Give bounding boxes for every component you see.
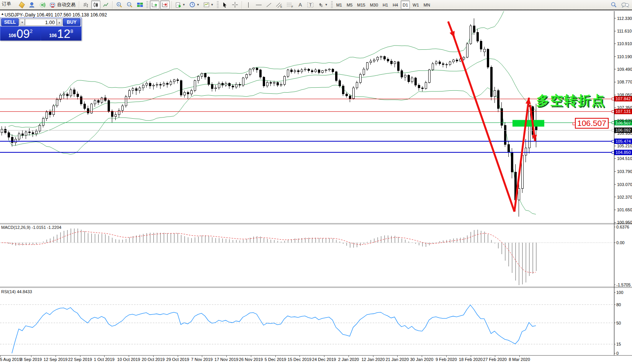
- mt4-window: 新订单 自动交易: [0, 0, 632, 364]
- autotrading-button[interactable]: 自动交易: [48, 0, 77, 9]
- dropdown-caret-icon: ▼: [211, 3, 214, 7]
- equidistant-channel-tool[interactable]: E: [274, 0, 284, 9]
- zoom-out-button[interactable]: [125, 0, 134, 9]
- date-axis[interactable]: 5 Aug 20193 Sep 201912 Sep 201922 Sep 20…: [0, 356, 530, 362]
- rsi-indicator-label: RSI(14) 44.8433: [1, 289, 32, 294]
- new-order-button[interactable]: 新订单: [1, 0, 16, 9]
- trend-arrows[interactable]: [448, 21, 537, 212]
- timeframe-button-H1[interactable]: H1: [381, 0, 390, 9]
- vertical-line-tool[interactable]: [244, 0, 253, 9]
- svg-text:T: T: [309, 3, 311, 7]
- ask-price[interactable]: 106 12 8: [41, 26, 81, 41]
- line-chart-button[interactable]: [101, 0, 110, 9]
- chart-shift-icon: [162, 2, 168, 8]
- chart-shift-button[interactable]: [160, 0, 170, 9]
- toolbar-separator: [172, 1, 172, 9]
- price-tag-annotation[interactable]: 106.507: [575, 118, 609, 129]
- svg-text:20 Oct 2019: 20 Oct 2019: [142, 357, 165, 362]
- volume-input[interactable]: [25, 19, 57, 26]
- timeframe-button-M1[interactable]: M1: [334, 0, 344, 9]
- buy-button[interactable]: BUY: [63, 18, 80, 26]
- svg-text:103.790: 103.790: [617, 169, 632, 174]
- new-order-label: 新订单: [1, 1, 16, 7]
- bollinger-bands: [8, 0, 536, 214]
- zoom-in-button[interactable]: [115, 0, 124, 9]
- svg-text:24 Dec 2019: 24 Dec 2019: [312, 357, 336, 362]
- text-tool[interactable]: A: [296, 0, 305, 9]
- svg-text:21 Jan 2020: 21 Jan 2020: [386, 357, 409, 362]
- periods-button[interactable]: ▼: [188, 0, 201, 9]
- templates-icon: [203, 2, 210, 8]
- toolbar-separator: [242, 1, 242, 9]
- templates-button[interactable]: ▼: [202, 0, 215, 9]
- macd-indicator-label: MACD(12,26,9) -1.0151 -1.2204: [1, 225, 61, 230]
- svg-text:18 Feb 2020: 18 Feb 2020: [459, 357, 483, 362]
- timeframe-button-H4[interactable]: H4: [391, 0, 400, 9]
- crosshair-button[interactable]: [230, 0, 240, 9]
- turning-point-annotation[interactable]: 多空转折点: [536, 92, 605, 109]
- toolbar-grip[interactable]: [331, 1, 333, 9]
- svg-text:110.910: 110.910: [617, 41, 632, 46]
- svg-text:103.070: 103.070: [617, 182, 632, 187]
- candlestick-chart-button[interactable]: [91, 0, 100, 9]
- panel-frames: [0, 11, 632, 356]
- svg-text:15 Dec 2019: 15 Dec 2019: [288, 357, 311, 362]
- trendline-tool[interactable]: [264, 0, 273, 9]
- svg-text:12 Sep 2019: 12 Sep 2019: [44, 357, 67, 362]
- zoom-in-icon: [116, 2, 123, 8]
- horizontal-line-tool[interactable]: [254, 0, 264, 9]
- search-button[interactable]: [609, 0, 619, 9]
- signals-button[interactable]: [38, 0, 47, 9]
- chat-button[interactable]: [619, 0, 631, 9]
- timeframe-button-D1[interactable]: D1: [401, 0, 410, 9]
- rsi-panel: [0, 305, 614, 353]
- profile-button[interactable]: [27, 0, 37, 9]
- search-icon: [610, 2, 617, 8]
- svg-text:2 Jan 2020: 2 Jan 2020: [338, 357, 359, 362]
- timeframe-button-W1[interactable]: W1: [411, 0, 421, 9]
- svg-text:10 Oct 2019: 10 Oct 2019: [117, 357, 140, 362]
- svg-text:22 Sep 2019: 22 Sep 2019: [68, 357, 92, 362]
- cursor-button[interactable]: [220, 0, 229, 9]
- svg-text:102.370: 102.370: [617, 195, 632, 199]
- svg-text:17 Nov 2019: 17 Nov 2019: [214, 357, 238, 362]
- svg-text:109.490: 109.490: [617, 67, 632, 72]
- svg-text:112.330: 112.330: [617, 16, 632, 21]
- toolbar-grip[interactable]: [217, 1, 219, 9]
- volume-decrease-button[interactable]: ▼: [20, 19, 25, 26]
- svg-text:5 Aug 2019: 5 Aug 2019: [0, 357, 21, 362]
- auto-scroll-button[interactable]: [150, 0, 159, 9]
- svg-text:50: 50: [616, 321, 621, 325]
- timeframe-button-M30[interactable]: M30: [368, 0, 380, 9]
- trade-panel-controls: SELL ▼ ▲ BUY: [0, 18, 81, 26]
- marketwatch-button[interactable]: [17, 0, 26, 9]
- volume-increase-button[interactable]: ▲: [57, 19, 62, 26]
- timeframe-button-M5[interactable]: M5: [345, 0, 354, 9]
- indicators-button[interactable]: ▼: [174, 0, 187, 9]
- trendline-icon: [266, 2, 272, 8]
- timeframe-button-MN[interactable]: MN: [422, 0, 432, 9]
- text-label-tool[interactable]: T: [306, 0, 316, 9]
- chat-icon: [621, 2, 629, 8]
- svg-text:3 Sep 2019: 3 Sep 2019: [20, 357, 42, 362]
- bid-price[interactable]: 106 09 2: [0, 26, 41, 41]
- svg-text:15: 15: [616, 342, 621, 346]
- ask-big-figure: 106: [49, 33, 57, 38]
- arrows-tool[interactable]: ▼: [316, 0, 329, 9]
- oneclick-collapse-icon[interactable]: ▲: [1, 12, 4, 16]
- svg-text:104.510: 104.510: [617, 156, 632, 161]
- bar-chart-button[interactable]: [81, 0, 90, 9]
- svg-text:26 Nov 2019: 26 Nov 2019: [239, 357, 263, 362]
- sell-button[interactable]: SELL: [1, 18, 19, 26]
- price-axis[interactable]: 107.842107.131106.507106.092105.474104.8…: [614, 16, 632, 356]
- svg-text:111.610: 111.610: [617, 29, 632, 33]
- chart-canvas[interactable]: 107.842107.131106.507106.092105.474104.8…: [0, 0, 632, 364]
- fibonacci-tool[interactable]: F: [285, 0, 295, 9]
- toolbar-grip[interactable]: [146, 1, 148, 9]
- channel-icon: E: [276, 2, 283, 8]
- tile-windows-button[interactable]: [135, 0, 145, 9]
- svg-text:-1.5705: -1.5705: [616, 282, 630, 287]
- green-zone-rectangle[interactable]: [512, 120, 575, 126]
- svg-text:F: F: [291, 5, 293, 8]
- timeframe-button-M15[interactable]: M15: [355, 0, 367, 9]
